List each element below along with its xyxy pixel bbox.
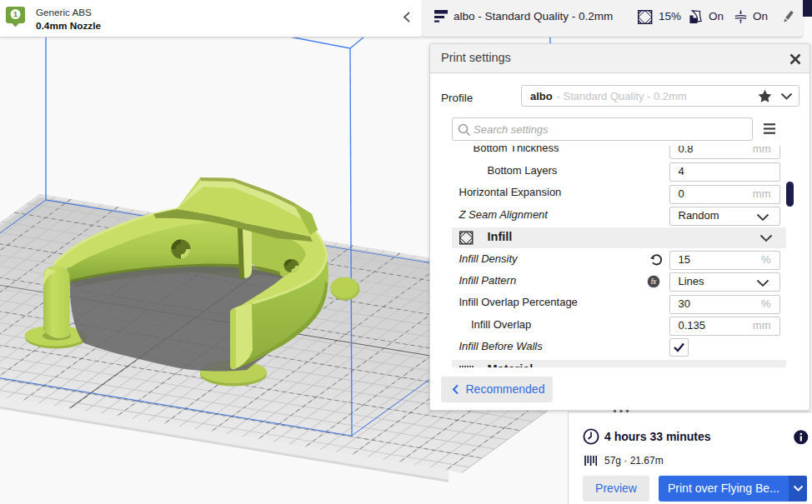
svg-text:1: 1 bbox=[13, 10, 18, 18]
svg-text:fx: fx bbox=[651, 277, 657, 286]
